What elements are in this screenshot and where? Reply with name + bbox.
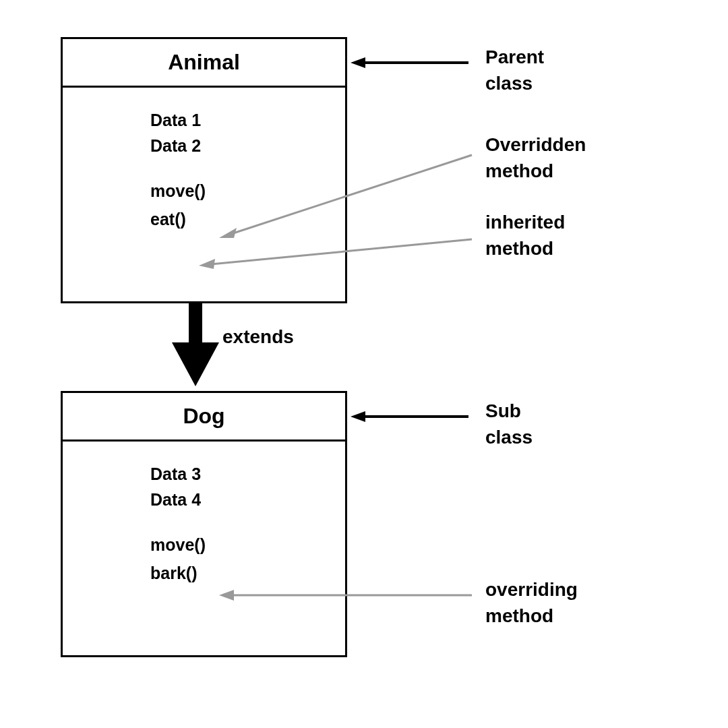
arrow-extends-icon [172,302,219,393]
label-parent-class: Parent class [485,44,544,96]
label-overriding-line1: overriding [485,576,578,603]
label-sub-class-line1: Sub [485,398,533,424]
arrow-overriding-icon [219,590,475,603]
svg-marker-5 [199,259,215,269]
child-method-bark: bark() [150,561,345,586]
arrow-inherited-icon [199,236,475,273]
svg-line-2 [231,155,472,234]
label-overriding-line2: method [485,603,578,629]
label-overriding-method: overriding method [485,576,578,629]
label-overridden-method: Overridden method [485,131,586,184]
parent-class-name: Animal [63,39,345,88]
inheritance-diagram: Animal Data 1 Data 2 move() eat() Dog Da… [0,0,728,728]
child-method-move: move() [150,533,345,558]
label-inherited-line2: method [485,235,565,262]
label-sub-class: Sub class [485,398,533,450]
label-overridden-line2: method [485,158,586,184]
svg-marker-1 [351,57,365,68]
parent-data-member: Data 1 [150,108,345,133]
svg-line-4 [211,239,472,264]
arrow-parent-class-icon [351,57,472,71]
label-extends: extends [222,324,294,350]
label-sub-class-line2: class [485,424,533,450]
label-parent-class-line1: Parent [485,44,544,70]
label-overridden-line1: Overridden [485,131,586,158]
child-class-name: Dog [63,393,345,442]
svg-marker-9 [351,411,365,422]
svg-marker-11 [219,590,234,601]
arrow-sub-class-icon [351,411,472,425]
label-inherited-line1: inherited [485,209,565,235]
child-class-body: Data 3 Data 4 move() bark() [63,442,345,586]
child-data-member: Data 3 [150,462,345,487]
child-data-member: Data 4 [150,487,345,513]
svg-marker-7 [172,342,219,386]
svg-rect-6 [189,302,202,346]
label-inherited-method: inherited method [485,209,565,262]
arrow-overridden-icon [219,152,475,243]
child-class-box: Dog Data 3 Data 4 move() bark() [61,391,347,657]
label-parent-class-line2: class [485,70,544,96]
